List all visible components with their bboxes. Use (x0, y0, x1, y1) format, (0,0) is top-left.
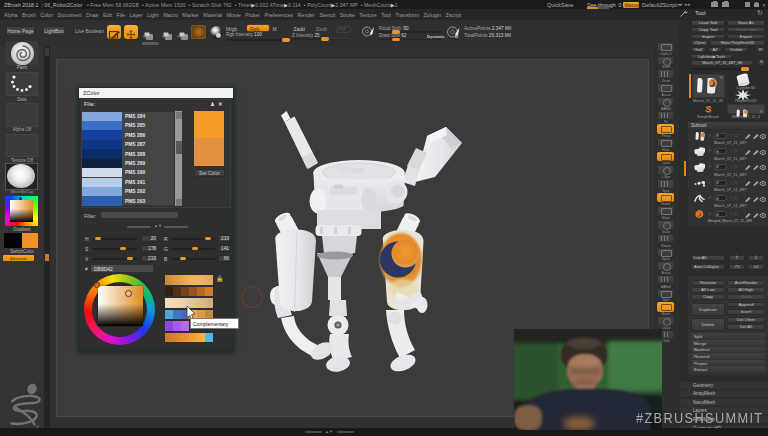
svg-text:R: R (760, 109, 763, 113)
svg-text:R: R (720, 75, 723, 80)
svg-text:D: D (455, 34, 459, 39)
